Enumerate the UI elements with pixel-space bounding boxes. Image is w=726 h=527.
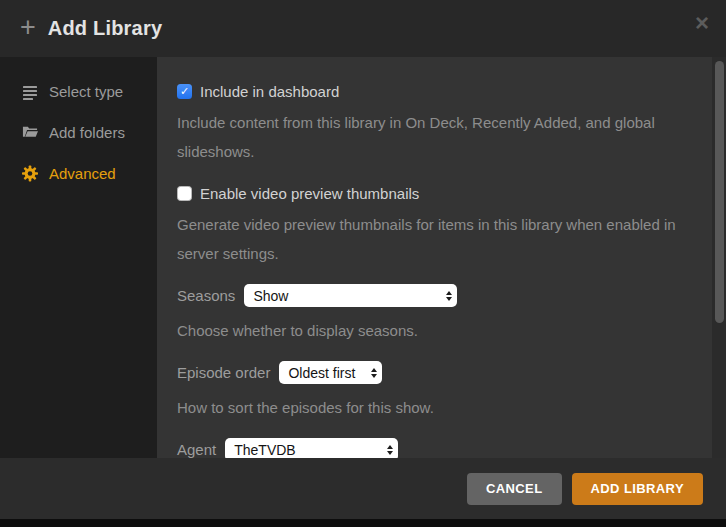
- sidebar-item-label: Advanced: [49, 165, 116, 182]
- episode-order-select-value: Oldest first: [288, 365, 355, 381]
- help-text-thumbnails: Generate video preview thumbnails for it…: [177, 210, 679, 268]
- advanced-settings-panel: ✓ Include in dashboard Include content f…: [157, 57, 726, 458]
- add-library-dialog: + Add Library × Select type: [0, 0, 726, 527]
- dialog-title: Add Library: [48, 17, 162, 40]
- checkbox-checked-icon[interactable]: ✓: [177, 84, 192, 99]
- cancel-button[interactable]: CANCEL: [467, 473, 562, 505]
- episode-order-row: Episode order Oldest first: [177, 361, 692, 384]
- close-icon[interactable]: ×: [695, 11, 709, 35]
- sidebar-item-select-type[interactable]: Select type: [0, 71, 157, 112]
- episode-order-select[interactable]: Oldest first: [279, 361, 382, 384]
- episode-order-label: Episode order: [177, 364, 270, 381]
- sidebar-item-add-folders[interactable]: Add folders: [0, 112, 157, 153]
- dialog-footer: CANCEL ADD LIBRARY: [0, 458, 726, 519]
- checkbox-unchecked-icon[interactable]: [177, 186, 192, 201]
- seasons-select-value: Show: [253, 288, 288, 304]
- sidebar-item-label: Add folders: [49, 124, 125, 141]
- plus-icon: +: [20, 14, 36, 41]
- agent-label: Agent: [177, 441, 216, 458]
- select-stepper-icon: [387, 445, 393, 455]
- seasons-select[interactable]: Show: [244, 284, 457, 307]
- select-stepper-icon: [371, 368, 377, 378]
- enable-thumbnails-checkbox[interactable]: Enable video preview thumbnails: [177, 186, 692, 201]
- help-text-seasons: Choose whether to display seasons.: [177, 316, 679, 345]
- seasons-row: Seasons Show: [177, 284, 692, 307]
- seasons-label: Seasons: [177, 287, 235, 304]
- wizard-sidebar: Select type Add folders: [0, 57, 157, 458]
- scrollbar-thumb[interactable]: [715, 61, 724, 323]
- select-stepper-icon: [446, 291, 452, 301]
- agent-select-value: TheTVDB: [234, 442, 295, 458]
- gear-icon: [22, 166, 38, 182]
- checkbox-label: Include in dashboard: [200, 83, 339, 100]
- content-scrollbar[interactable]: [712, 57, 726, 458]
- folder-icon: [22, 125, 38, 141]
- dialog-header: + Add Library ×: [0, 0, 726, 57]
- list-lines-icon: [22, 84, 38, 100]
- help-text-episode-order: How to sort the episodes for this show.: [177, 393, 679, 422]
- agent-row: Agent TheTVDB: [177, 438, 692, 458]
- dialog-body: Select type Add folders: [0, 57, 726, 458]
- include-dashboard-checkbox[interactable]: ✓ Include in dashboard: [177, 84, 692, 99]
- agent-select[interactable]: TheTVDB: [225, 438, 398, 458]
- add-library-button[interactable]: ADD LIBRARY: [572, 473, 703, 505]
- sidebar-item-label: Select type: [49, 83, 123, 100]
- modal-bottom-edge: [0, 519, 726, 527]
- sidebar-item-advanced[interactable]: Advanced: [0, 153, 157, 194]
- checkbox-label: Enable video preview thumbnails: [200, 185, 419, 202]
- help-text-dashboard: Include content from this library in On …: [177, 108, 679, 166]
